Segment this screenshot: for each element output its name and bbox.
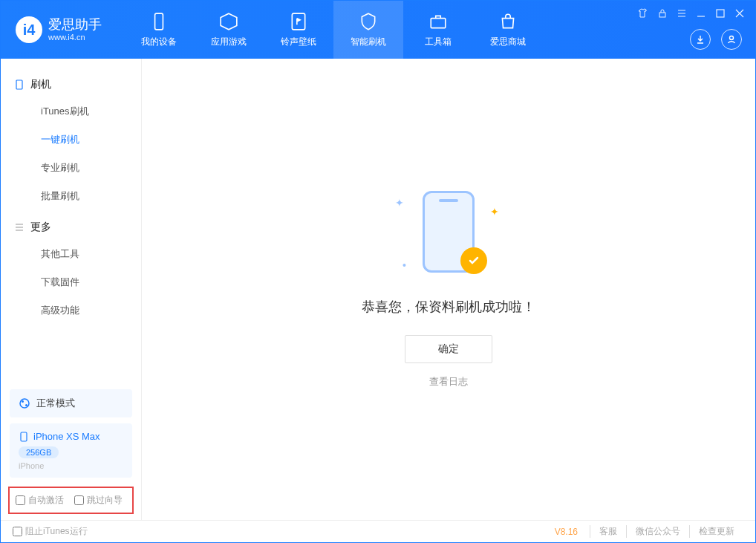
app-name: 爱思助手 xyxy=(48,18,102,33)
lock-icon[interactable] xyxy=(657,8,668,19)
header: i4 爱思助手 www.i4.cn 我的设备 应用游戏 铃声壁纸 智能刷机 工具… xyxy=(1,1,755,59)
nav-store[interactable]: 爱思商城 xyxy=(473,1,543,59)
checkbox-auto-activate[interactable]: 自动激活 xyxy=(16,494,64,507)
nav-toolbox[interactable]: 工具箱 xyxy=(403,1,473,59)
success-message: 恭喜您，保资料刷机成功啦！ xyxy=(362,298,535,316)
phone-icon xyxy=(14,79,25,90)
device-icon xyxy=(19,432,29,442)
svg-point-8 xyxy=(22,400,24,403)
window-controls xyxy=(638,8,745,19)
ok-button[interactable]: 确定 xyxy=(405,335,492,363)
sidebar-item-oneclick-flash[interactable]: 一键刷机 xyxy=(14,126,128,154)
sidebar-device-card[interactable]: iPhone XS Max 256GB iPhone xyxy=(10,423,132,478)
app-domain: www.i4.cn xyxy=(48,33,102,42)
check-badge-icon xyxy=(460,247,487,274)
status-icon xyxy=(19,397,30,409)
svg-rect-2 xyxy=(431,18,446,27)
main-content: ✦ ✦ • 恭喜您，保资料刷机成功啦！ 确定 查看日志 xyxy=(142,59,755,520)
sidebar-group-flash: 刷机 xyxy=(14,72,128,97)
footer-link-update[interactable]: 检查更新 xyxy=(689,525,743,538)
device-type: iPhone xyxy=(19,461,123,470)
sparkle-icon: ✦ xyxy=(490,206,499,218)
sparkle-icon: • xyxy=(403,259,406,271)
logo-icon: i4 xyxy=(16,16,42,43)
header-action-circles xyxy=(690,29,742,50)
footer-link-support[interactable]: 客服 xyxy=(590,525,626,538)
svg-rect-6 xyxy=(16,80,22,89)
svg-rect-10 xyxy=(21,432,27,441)
nav-apps-games[interactable]: 应用游戏 xyxy=(194,1,264,59)
tshirt-icon[interactable] xyxy=(638,8,648,19)
success-illustration: ✦ ✦ • xyxy=(389,191,508,280)
sidebar-item-itunes-flash[interactable]: iTunes刷机 xyxy=(14,97,128,126)
sidebar: 刷机 iTunes刷机 一键刷机 专业刷机 批量刷机 更多 其他工具 下载固件 … xyxy=(1,59,142,520)
footer-link-wechat[interactable]: 微信公众号 xyxy=(626,525,689,538)
svg-rect-0 xyxy=(155,13,163,30)
sidebar-mode-status[interactable]: 正常模式 xyxy=(10,389,132,417)
menu-icon[interactable] xyxy=(677,8,687,19)
minimize-icon[interactable] xyxy=(696,8,706,19)
sidebar-options-box: 自动激活 跳过向导 xyxy=(8,487,134,514)
svg-point-5 xyxy=(730,36,734,40)
nav-tabs: 我的设备 应用游戏 铃声壁纸 智能刷机 工具箱 爱思商城 xyxy=(124,1,543,59)
svg-rect-3 xyxy=(659,13,665,17)
checkbox-skip-guide[interactable]: 跳过向导 xyxy=(74,494,123,507)
svg-point-7 xyxy=(20,399,29,408)
version-label: V8.16 xyxy=(555,527,578,537)
sidebar-group-more: 更多 xyxy=(14,215,128,240)
sidebar-item-pro-flash[interactable]: 专业刷机 xyxy=(14,154,128,182)
download-icon[interactable] xyxy=(690,29,711,50)
close-icon[interactable] xyxy=(734,8,745,19)
nav-smart-flash[interactable]: 智能刷机 xyxy=(333,1,403,59)
sparkle-icon: ✦ xyxy=(395,197,404,209)
sidebar-item-download-firmware[interactable]: 下载固件 xyxy=(14,268,128,296)
sidebar-item-other-tools[interactable]: 其他工具 xyxy=(14,240,128,268)
checkbox-block-itunes[interactable]: 阻止iTunes运行 xyxy=(13,525,88,538)
svg-rect-1 xyxy=(292,13,304,30)
svg-rect-4 xyxy=(717,10,724,17)
svg-point-9 xyxy=(25,404,27,406)
sidebar-item-batch-flash[interactable]: 批量刷机 xyxy=(14,182,128,210)
list-icon xyxy=(14,222,25,233)
app-logo: i4 爱思助手 www.i4.cn xyxy=(1,16,117,43)
nav-ringtones-wallpapers[interactable]: 铃声壁纸 xyxy=(264,1,333,59)
view-log-link[interactable]: 查看日志 xyxy=(429,375,468,388)
user-icon[interactable] xyxy=(721,29,742,50)
sidebar-item-advanced[interactable]: 高级功能 xyxy=(14,296,128,325)
footer: 阻止iTunes运行 V8.16 客服 微信公众号 检查更新 xyxy=(1,520,755,542)
maximize-icon[interactable] xyxy=(715,8,726,19)
nav-my-device[interactable]: 我的设备 xyxy=(124,1,194,59)
storage-badge: 256GB xyxy=(19,446,59,458)
